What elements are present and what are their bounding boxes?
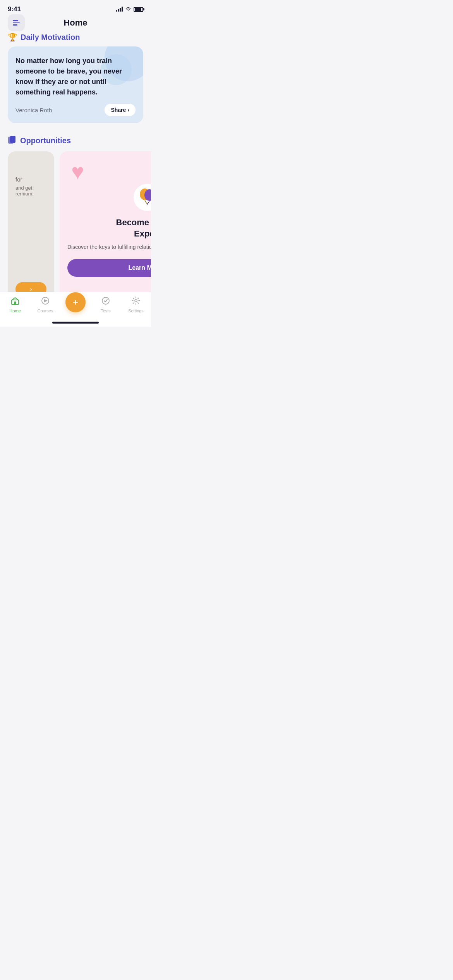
learn-more-button[interactable]: Learn More › — [67, 259, 151, 277]
main-content: 🏆 Daily Motivation No matter how long yo… — [0, 33, 151, 304]
nav-item-tests[interactable]: Tests — [91, 296, 121, 313]
battery-icon — [134, 7, 143, 12]
tests-nav-label: Tests — [101, 308, 111, 313]
home-nav-icon — [10, 296, 20, 307]
gray-card-content: for and getremium. › — [15, 161, 46, 296]
gray-card-label: for — [15, 176, 46, 183]
gray-card-description: and getremium. — [15, 185, 46, 197]
opportunities-scroll[interactable]: for and getremium. › ♥ ♥ — [0, 151, 151, 304]
nav-item-home[interactable]: Home — [0, 296, 30, 313]
nav-item-courses[interactable]: Courses — [30, 296, 60, 313]
status-time: 9:41 — [8, 5, 21, 13]
gray-card-text: for and getremium. — [15, 161, 46, 197]
svg-rect-1 — [10, 136, 15, 143]
opportunities-title: Opportunities — [20, 136, 71, 145]
svg-point-8 — [102, 297, 109, 304]
share-button[interactable]: Share › — [105, 104, 136, 116]
tests-nav-icon — [101, 296, 110, 307]
motivation-quote: No matter how long you train someone to … — [15, 56, 136, 98]
status-bar: 9:41 — [0, 0, 151, 15]
daily-motivation-header: 🏆 Daily Motivation — [8, 33, 143, 42]
motivation-footer: Veronica Roth Share › — [15, 104, 136, 116]
share-chevron: › — [127, 107, 129, 113]
motivation-author: Veronica Roth — [15, 107, 52, 113]
svg-rect-5 — [14, 302, 16, 305]
balloon-icon — [134, 184, 151, 211]
opportunities-icon — [8, 135, 16, 146]
home-nav-label: Home — [9, 308, 21, 313]
motivation-card: No matter how long you train someone to … — [8, 46, 143, 123]
opportunities-header: Opportunities — [0, 135, 151, 151]
opportunity-card-love-expert[interactable]: ♥ ♥ — [60, 151, 151, 304]
home-indicator — [52, 322, 99, 324]
share-label: Share — [111, 107, 126, 113]
nav-item-add[interactable]: + — [60, 296, 91, 312]
balloon-container — [67, 184, 151, 211]
heart-left-icon: ♥ — [71, 159, 84, 184]
menu-icon — [13, 20, 20, 26]
motivation-title: Daily Motivation — [21, 33, 80, 42]
love-expert-description: Discover the keys to fulfilling relation… — [67, 243, 151, 251]
add-icon: + — [73, 297, 78, 308]
courses-nav-icon — [41, 296, 50, 307]
add-button[interactable]: + — [65, 292, 86, 312]
opportunities-section: Opportunities for and getremium. › ♥ ♥ — [0, 129, 151, 304]
menu-button[interactable] — [8, 14, 25, 31]
courses-nav-label: Courses — [38, 308, 53, 313]
love-expert-title: Become a LoveExpert — [67, 217, 151, 239]
nav-item-settings[interactable]: Settings — [121, 296, 151, 313]
learn-more-label: Learn More — [128, 264, 151, 271]
svg-point-9 — [135, 300, 137, 302]
page-header: Home — [0, 15, 151, 33]
wifi-icon — [125, 7, 131, 12]
status-icons — [116, 7, 143, 12]
settings-nav-icon — [131, 296, 141, 307]
page-title: Home — [63, 18, 87, 28]
svg-marker-7 — [44, 299, 48, 302]
motivation-icon: 🏆 — [8, 33, 17, 42]
signal-icon — [116, 7, 123, 12]
opportunity-card-gray[interactable]: for and getremium. › — [8, 151, 54, 304]
settings-nav-label: Settings — [128, 308, 144, 313]
daily-motivation-section: 🏆 Daily Motivation No matter how long yo… — [0, 33, 151, 129]
